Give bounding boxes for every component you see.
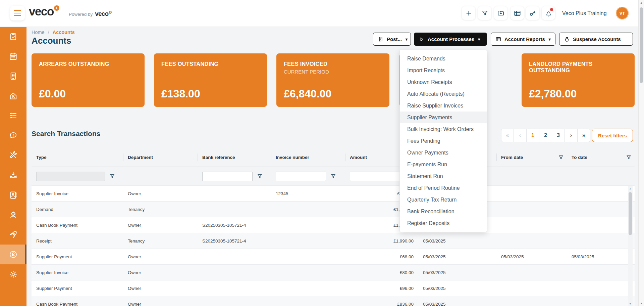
sidebar-item-settings[interactable] (0, 264, 26, 284)
scroll-up-icon[interactable]: ▲ (628, 186, 633, 191)
menu-item-raise-supplier-invoices[interactable]: Raise Supplier Invoices (400, 100, 487, 112)
scroll-down-icon[interactable]: ▼ (628, 301, 633, 306)
menu-item-auto-allocate-receipts[interactable]: Auto Allocate (Receipts) (400, 88, 487, 100)
table-row[interactable]: Supplier PaymentOwner £96.0005/03/2025 (32, 280, 635, 296)
pagination-page-3[interactable]: 3 (552, 129, 565, 142)
table-row[interactable]: Supplier PaymentOwner £68.0005/03/2025 0… (32, 249, 635, 264)
sidebar-item-messages[interactable] (0, 126, 26, 145)
funnel-icon[interactable] (331, 174, 336, 179)
access-button[interactable] (526, 6, 539, 20)
kpi-value: £6,840.00 (284, 88, 382, 100)
table-grid-icon (495, 36, 501, 42)
account-reports-button[interactable]: Account Reports ▾ (491, 33, 555, 46)
funnel-icon[interactable] (110, 174, 115, 179)
column-header-invoice-number[interactable]: Invoice number (271, 148, 345, 167)
sidebar-item-contractors[interactable] (0, 205, 26, 225)
kpi-title: ARREARS OUTSTANDING (39, 61, 137, 67)
calendar-icon (9, 52, 18, 61)
notification-dot (550, 8, 553, 11)
account-processes-button[interactable]: Account Processes ▾ (414, 33, 487, 46)
section-title: Search Transactions (32, 130, 100, 138)
pagination-page-2[interactable]: 2 (539, 129, 552, 142)
menu-item-quarterly-tax-return[interactable]: Quarterly Tax Return (400, 194, 487, 206)
table-row[interactable]: Supplier InvoiceOwner £80.0005/03/2025 (32, 264, 635, 280)
kpi-value: £0.00 (39, 88, 137, 100)
reset-filters-button[interactable]: Reset filters (592, 129, 633, 142)
pagination-prev-button[interactable]: ‹ (514, 129, 527, 142)
column-header-type[interactable]: Type (32, 148, 123, 167)
breadcrumb-current: Accounts (53, 30, 75, 35)
menu-item-register-deposits[interactable]: Register Deposits (400, 217, 487, 229)
play-icon (419, 36, 425, 42)
kpi-card-fees-outstanding: FEES OUTSTANDING £138.00 (154, 53, 267, 107)
kpi-card-landlord-payments: LANDLORD PAYMENTS OUTSTANDING £2,780.00 (522, 53, 635, 107)
notifications-button[interactable] (542, 6, 555, 20)
documents-button[interactable] (494, 6, 507, 20)
post-button[interactable]: Post... ▾ (373, 33, 411, 46)
menu-item-fees-pending[interactable]: Fees Pending (400, 135, 487, 147)
funnel-icon[interactable] (558, 155, 564, 160)
table-header-row: Type Department Bank reference Invoice n… (32, 148, 635, 167)
filter-button[interactable] (478, 6, 491, 20)
funnel-icon[interactable] (257, 174, 262, 179)
sidebar-item-tasks[interactable] (0, 27, 26, 46)
pagination-page-1[interactable]: 1 (527, 129, 539, 142)
sidebar-item-downloads[interactable] (0, 165, 26, 185)
sidebar-item-calendar[interactable] (0, 46, 26, 66)
plus-icon (465, 9, 473, 17)
powered-by: Powered by veco+ (69, 10, 112, 17)
sidebar-item-property[interactable] (0, 86, 26, 106)
breadcrumb-home-link[interactable]: Home (32, 30, 45, 35)
suspense-accounts-button[interactable]: Suspense Accounts (559, 33, 633, 46)
sidebar-item-accounts[interactable] (0, 245, 26, 264)
avatar[interactable]: VT (616, 7, 629, 19)
sidebar-item-checklist[interactable] (0, 106, 26, 126)
menu-item-bank-reconciliation[interactable]: Bank Reconciliation (400, 206, 487, 217)
page-scrollbar-thumb[interactable] (640, 7, 643, 83)
page-title: Accounts (32, 36, 71, 46)
sidebar-item-maintenance[interactable] (0, 145, 26, 165)
menu-item-raise-demands[interactable]: Raise Demands (400, 53, 487, 64)
pagination-last-button[interactable]: » (578, 129, 590, 142)
menu-item-unknown-receipts[interactable]: Unknown Receipts (400, 76, 487, 88)
invoice-number-filter-input[interactable] (276, 172, 326, 181)
column-header-department[interactable]: Department (123, 148, 198, 167)
table-scrollbar[interactable]: ▲ ▼ (628, 186, 633, 306)
sidebar-item-company[interactable] (0, 66, 26, 86)
pagination-next-button[interactable]: › (565, 129, 578, 142)
table-row[interactable]: ReceiptTenancy S20250305-105721-4 £1,990… (32, 233, 635, 249)
amount-filter-input[interactable] (350, 172, 400, 181)
table-row[interactable]: DemandTenancy £1,990.00 (32, 201, 635, 217)
bank-reference-filter-input[interactable] (202, 172, 253, 181)
column-header-to-date[interactable]: To date (567, 148, 635, 167)
contacts-book-icon (9, 190, 18, 200)
table-row[interactable]: Cash Book PaymentOwner £836.0005/03/2025 (32, 296, 635, 306)
menu-item-supplier-payments[interactable]: Supplier Payments (400, 112, 487, 123)
page-scrollbar[interactable]: ▲ ▼ (638, 0, 644, 306)
menu-item-end-of-period-routine[interactable]: End of Period Routine (400, 182, 487, 194)
accounts-pound-icon (9, 250, 18, 259)
scroll-down-icon[interactable]: ▼ (639, 301, 644, 306)
hamburger-menu-icon[interactable] (10, 6, 25, 20)
pagination-first-button[interactable]: « (501, 129, 514, 142)
menu-item-e-payments-run[interactable]: E-payments Run (400, 159, 487, 170)
table-row[interactable]: Cash Book PaymentOwner S20250305-105721-… (32, 217, 635, 233)
menu-item-bulk-invoicing-work-orders[interactable]: Bulk Invoicing: Work Orders (400, 123, 487, 135)
column-header-bank-reference[interactable]: Bank reference (198, 148, 271, 167)
sidebar-item-contacts[interactable] (0, 185, 26, 205)
type-filter-input[interactable] (36, 172, 105, 181)
table-scrollbar-thumb[interactable] (629, 192, 632, 235)
menu-item-owner-payments[interactable]: Owner Payments (400, 147, 487, 159)
funnel-icon[interactable] (626, 155, 631, 160)
scroll-up-icon[interactable]: ▲ (639, 0, 644, 5)
menu-item-import-receipts[interactable]: Import Receipts (400, 64, 487, 76)
table-row[interactable]: Supplier InvoiceOwner 12345 £550.00 (32, 185, 635, 201)
sidebar-item-marketing[interactable] (0, 225, 26, 245)
transactions-table: Type Department Bank reference Invoice n… (32, 148, 635, 306)
menu-item-statement-run[interactable]: Statement Run (400, 170, 487, 182)
add-button[interactable] (462, 6, 475, 20)
kpi-title: FEES OUTSTANDING (161, 61, 260, 67)
column-header-from-date[interactable]: From date (496, 148, 567, 167)
settings-gear-icon (9, 270, 18, 279)
tables-button[interactable] (511, 6, 524, 20)
